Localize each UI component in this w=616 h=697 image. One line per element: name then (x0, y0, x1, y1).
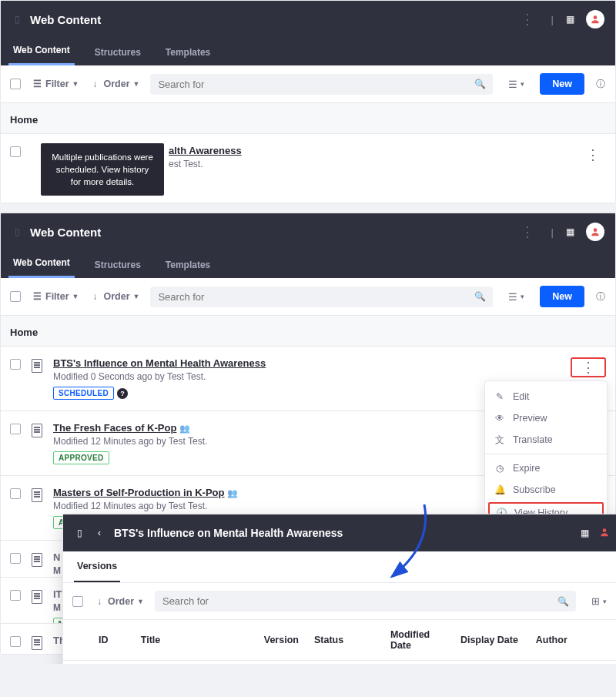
tab-structures[interactable]: Structures (90, 252, 146, 278)
sidebar-toggle-icon[interactable]: ▯ (12, 14, 22, 25)
row-title[interactable]: alth Awareness (169, 145, 242, 156)
col-id: ID (91, 620, 133, 661)
svg-point-1 (594, 228, 598, 232)
content-row: BTS's Influence on Mental Health Awarene… (1, 346, 615, 410)
row-meta: Modified 0 Seconds ago by Test Test. (53, 371, 560, 382)
tab-web-content[interactable]: Web Content (8, 250, 75, 278)
row-kebab-icon[interactable]: ⋮ (580, 145, 606, 165)
row-checkbox[interactable] (10, 488, 21, 499)
eye-icon: 👁 (494, 413, 505, 424)
list-icon: ☰ (508, 291, 517, 303)
chevron-down-icon: ▼ (72, 80, 79, 88)
tab-structures[interactable]: Structures (90, 39, 146, 65)
apps-grid-icon[interactable]: ▦ (579, 528, 590, 538)
row-checkbox[interactable] (10, 553, 21, 564)
filter-button[interactable]: ☰Filter▼ (32, 79, 79, 89)
status-badge: APPROVED (53, 451, 109, 464)
sidebar-toggle-icon[interactable]: ▯ (74, 528, 85, 538)
avatar[interactable] (599, 527, 610, 540)
row-title[interactable]: Masters of Self-Production in K-Pop (53, 487, 224, 498)
filter-icon: ☰ (32, 291, 42, 302)
grid-icon: ⊞ (591, 595, 600, 607)
col-modified: Modified Date (383, 620, 453, 661)
tab-templates[interactable]: Templates (161, 252, 215, 278)
panel-top: ▯ Web Content ⋮ | ▦ Web Content Structur… (0, 0, 616, 203)
row-checkbox[interactable] (10, 590, 21, 601)
toolbar: ☰Filter▼ ↓Order▼ 🔍 ☰▾ New ⓘ (1, 278, 615, 316)
row-checkbox[interactable] (10, 636, 21, 647)
translate-icon: 文 (494, 434, 505, 445)
col-author: Author (528, 620, 579, 661)
new-button[interactable]: New (540, 73, 584, 95)
col-title: Title (133, 620, 256, 661)
order-button[interactable]: ↓Order▼ (94, 596, 144, 607)
row-title[interactable]: The Fresh Faces of K-Pop (53, 422, 176, 434)
menu-expire[interactable]: ◷Expire (485, 457, 607, 479)
select-all-checkbox[interactable] (10, 79, 21, 89)
menu-preview[interactable]: 👁Preview (485, 407, 607, 429)
row-title-cut: IT (53, 588, 62, 600)
view-mode-button[interactable]: ☰▾ (504, 288, 529, 306)
back-icon[interactable]: ‹ (94, 528, 105, 538)
filter-button[interactable]: ☰Filter▼ (32, 291, 79, 302)
menu-subscribe[interactable]: 🔔Subscribe (485, 479, 607, 501)
app-header: ▯ Web Content ⋮ | ▦ (1, 213, 615, 250)
row-checkbox[interactable] (10, 359, 21, 370)
sidebar-toggle-icon[interactable]: ▯ (12, 226, 22, 237)
apps-grid-icon[interactable]: ▦ (564, 14, 575, 25)
new-button[interactable]: New (540, 286, 584, 307)
people-icon: 👥 (227, 488, 238, 498)
select-all-checkbox[interactable] (10, 291, 21, 302)
chevron-down-icon: ▼ (72, 293, 79, 300)
tab-templates[interactable]: Templates (161, 39, 215, 65)
info-icon[interactable]: ⓘ (595, 79, 606, 89)
svg-point-2 (603, 528, 607, 532)
search-box[interactable]: 🔍 (150, 74, 493, 95)
view-mode-button[interactable]: ⊞▾ (587, 592, 611, 610)
row-title[interactable]: BTS's Influence on Mental Health Awarene… (53, 357, 266, 369)
avatar[interactable] (586, 10, 604, 28)
cell-title[interactable]: BTS's Influence on Mental Health Awarene… (133, 661, 256, 665)
search-input[interactable] (158, 79, 474, 90)
tab-web-content[interactable]: Web Content (8, 37, 75, 65)
document-icon (32, 636, 42, 650)
row-checkbox[interactable] (10, 424, 21, 434)
info-icon[interactable]: ⓘ (595, 291, 606, 302)
select-all-checkbox[interactable] (72, 596, 83, 607)
search-input[interactable] (158, 291, 474, 303)
menu-translate[interactable]: 文Translate (485, 429, 607, 451)
search-icon[interactable]: 🔍 (557, 596, 568, 607)
search-icon[interactable]: 🔍 (474, 79, 485, 89)
order-button[interactable]: ↓Order▼ (89, 79, 139, 89)
avatar[interactable] (586, 223, 604, 241)
search-box[interactable]: 🔍 (155, 591, 576, 612)
breadcrumb: Home (1, 103, 615, 133)
highlighted-kebab: ⋮ (571, 357, 606, 377)
view-mode-button[interactable]: ☰▾ (504, 75, 529, 93)
document-icon (32, 553, 42, 567)
chevron-down-icon: ▼ (133, 293, 140, 300)
help-icon[interactable]: ? (117, 388, 128, 399)
order-button[interactable]: ↓Order▼ (89, 291, 139, 302)
chevron-down-icon: ▼ (137, 598, 144, 605)
history-tabs: Versions (63, 551, 616, 583)
search-icon[interactable]: 🔍 (474, 291, 485, 302)
document-icon (32, 590, 42, 604)
tab-versions[interactable]: Versions (74, 551, 120, 582)
cell-display: Within 2 Days (453, 661, 528, 665)
document-icon (32, 488, 42, 502)
row-checkbox[interactable] (10, 146, 21, 157)
apps-grid-icon[interactable]: ▦ (564, 226, 575, 237)
svg-point-0 (594, 15, 598, 19)
content-row: Multiple publications were scheduled. Vi… (1, 133, 615, 203)
header-kebab-icon[interactable]: ⋮ (514, 9, 541, 29)
search-input[interactable] (162, 595, 557, 607)
breadcrumb: Home (1, 316, 615, 346)
row-kebab-icon[interactable]: ⋮ (575, 357, 601, 378)
filter-icon: ☰ (32, 79, 42, 89)
search-box[interactable]: 🔍 (150, 287, 493, 307)
menu-edit[interactable]: ✎Edit (485, 386, 607, 407)
history-title: BTS's Influence on Mental Health Awarene… (114, 527, 570, 539)
history-table: ID Title Version Status Modified Date Di… (63, 619, 616, 664)
header-kebab-icon[interactable]: ⋮ (514, 222, 541, 242)
